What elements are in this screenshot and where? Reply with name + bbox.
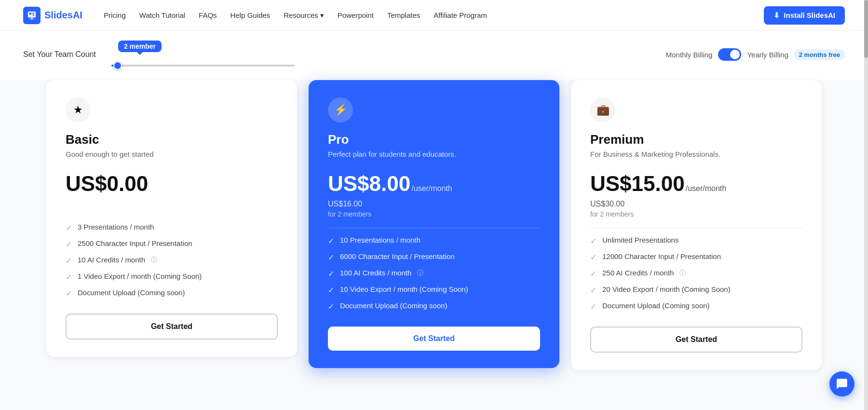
premium-subtotal: US$30.00 xyxy=(590,200,802,208)
pricing-cards: ★ Basic Good enough to get started US$0.… xyxy=(0,80,868,389)
basic-cta-button[interactable]: Get Started xyxy=(66,314,278,340)
star-icon: ★ xyxy=(73,104,83,116)
monthly-billing-label: Monthly Billing xyxy=(666,51,713,59)
chat-icon xyxy=(836,378,848,389)
slider-tooltip: 2 member xyxy=(118,41,162,52)
basic-spacer xyxy=(66,200,278,223)
svg-rect-5 xyxy=(31,17,32,18)
premium-card: 💼 Premium For Business & Marketing Profe… xyxy=(571,80,822,370)
yearly-badge: 2 months free xyxy=(794,49,845,60)
pro-plan-name: Pro xyxy=(328,132,540,147)
pro-divider xyxy=(328,228,540,228)
premium-feature-list: ✓ Unlimited Presentations ✓ 12000 Charac… xyxy=(590,236,802,311)
basic-feature-4: ✓ Document Upload (Coming soon) xyxy=(66,288,278,298)
logo[interactable]: SlidesAI xyxy=(23,7,82,24)
check-icon: ✓ xyxy=(590,302,597,311)
pro-feature-3: ✓ 10 Video Export / month (Coming Soon) xyxy=(328,285,540,295)
nav-pricing[interactable]: Pricing xyxy=(98,7,132,23)
premium-plan-subtitle: For Business & Marketing Professionals. xyxy=(590,150,802,158)
lightning-icon: ⚡ xyxy=(334,104,347,116)
chevron-down-icon: ▾ xyxy=(320,11,324,20)
pro-feature-list: ✓ 10 Presentations / month ✓ 6000 Charac… xyxy=(328,236,540,311)
info-icon[interactable]: ⓘ xyxy=(417,269,423,277)
check-icon: ✓ xyxy=(66,273,72,282)
premium-price-row: US$15.00 /user/month xyxy=(590,172,802,196)
pro-feature-4: ✓ Document Upload (Coming soon) xyxy=(328,301,540,311)
nav-tutorial[interactable]: Watch Tutorial xyxy=(134,7,191,23)
basic-feature-2: ✓ 10 AI Credits / month ⓘ xyxy=(66,256,278,265)
slider-container: 2 member xyxy=(111,41,295,68)
toggle-knob xyxy=(730,50,740,59)
team-count-label: Set Your Team Count xyxy=(23,50,96,59)
basic-card: ★ Basic Good enough to get started US$0.… xyxy=(46,80,297,357)
basic-plan-name: Basic xyxy=(66,132,278,147)
nav-powerpoint[interactable]: Powerpoint xyxy=(332,7,380,23)
premium-feature-0: ✓ Unlimited Presentations xyxy=(590,236,802,246)
check-icon: ✓ xyxy=(590,269,597,278)
svg-rect-4 xyxy=(30,18,33,19)
nav-help[interactable]: Help Guides xyxy=(225,7,276,23)
pro-price: US$8.00 xyxy=(328,172,410,196)
basic-feature-list: ✓ 3 Presentations / month ✓ 2500 Charact… xyxy=(66,223,278,298)
pro-card: ⚡ Pro Perfect plan for students and educ… xyxy=(309,80,559,368)
premium-feature-2: ✓ 250 AI Credits / month ⓘ xyxy=(590,269,802,278)
svg-rect-2 xyxy=(32,13,35,14)
basic-feature-1: ✓ 2500 Character Input / Presentation xyxy=(66,239,278,249)
check-icon: ✓ xyxy=(66,223,72,232)
pro-cta-button[interactable]: Get Started xyxy=(328,327,540,351)
nav-faqs[interactable]: FAQs xyxy=(193,7,223,23)
check-icon: ✓ xyxy=(66,289,72,298)
check-icon: ✓ xyxy=(590,286,597,295)
controls-row: Set Your Team Count 2 member Monthly Bil… xyxy=(0,31,868,80)
nav-affiliate[interactable]: Affiliate Program xyxy=(428,7,493,23)
check-icon: ✓ xyxy=(328,286,334,295)
basic-plan-subtitle: Good enough to get started xyxy=(66,150,278,158)
premium-divider xyxy=(590,228,802,228)
pro-feature-0: ✓ 10 Presentations / month xyxy=(328,236,540,246)
premium-feature-1: ✓ 12000 Character Input / Presentation xyxy=(590,252,802,262)
basic-price: US$0.00 xyxy=(66,172,148,196)
navbar-left: SlidesAI Pricing Watch Tutorial FAQs Hel… xyxy=(23,7,493,24)
scrollbar[interactable] xyxy=(864,0,868,389)
team-count-slider[interactable] xyxy=(111,65,295,67)
basic-feature-3: ✓ 1 Video Export / month (Coming Soon) xyxy=(66,272,278,282)
scrollbar-thumb xyxy=(864,0,868,58)
install-button[interactable]: ⬇ Install SlidesAI xyxy=(764,6,845,25)
info-icon[interactable]: ⓘ xyxy=(679,269,686,277)
premium-price-unit: /user/month xyxy=(686,184,726,193)
pro-price-row: US$8.00 /user/month xyxy=(328,172,540,196)
basic-price-row: US$0.00 xyxy=(66,172,278,196)
svg-rect-0 xyxy=(28,11,36,17)
svg-rect-1 xyxy=(29,13,32,14)
logo-icon xyxy=(23,7,41,24)
navbar: SlidesAI Pricing Watch Tutorial FAQs Hel… xyxy=(0,0,868,31)
team-count-section: Set Your Team Count 2 member xyxy=(23,41,295,68)
check-icon: ✓ xyxy=(328,269,334,278)
premium-price: US$15.00 xyxy=(590,172,685,196)
nav-resources[interactable]: Resources ▾ xyxy=(278,7,330,24)
yearly-billing-label: Yearly Billing xyxy=(747,51,788,59)
billing-toggle-section: Monthly Billing Yearly Billing 2 months … xyxy=(666,48,845,61)
premium-feature-3: ✓ 20 Video Export / month (Coming Soon) xyxy=(590,285,802,295)
check-icon: ✓ xyxy=(328,302,334,311)
premium-icon-wrap: 💼 xyxy=(590,97,615,123)
premium-cta-button[interactable]: Get Started xyxy=(590,327,802,353)
check-icon: ✓ xyxy=(66,256,72,265)
billing-toggle-track[interactable] xyxy=(718,48,741,61)
info-icon[interactable]: ⓘ xyxy=(151,256,157,264)
basic-icon-wrap: ★ xyxy=(66,97,91,123)
pro-subtotal: US$16.00 xyxy=(328,200,540,208)
check-icon: ✓ xyxy=(590,253,597,262)
pro-subtotal-members: for 2 members xyxy=(328,210,540,218)
check-icon: ✓ xyxy=(328,253,334,262)
pro-price-unit: /user/month xyxy=(411,184,452,193)
nav-links: Pricing Watch Tutorial FAQs Help Guides … xyxy=(98,7,493,24)
check-icon: ✓ xyxy=(66,240,72,249)
premium-plan-name: Premium xyxy=(590,132,802,147)
briefcase-icon: 💼 xyxy=(597,104,610,116)
pro-plan-subtitle: Perfect plan for students and educators. xyxy=(328,150,540,158)
nav-templates[interactable]: Templates xyxy=(381,7,426,23)
pro-icon-wrap: ⚡ xyxy=(328,97,353,123)
svg-rect-3 xyxy=(32,14,35,15)
check-icon: ✓ xyxy=(590,236,597,246)
